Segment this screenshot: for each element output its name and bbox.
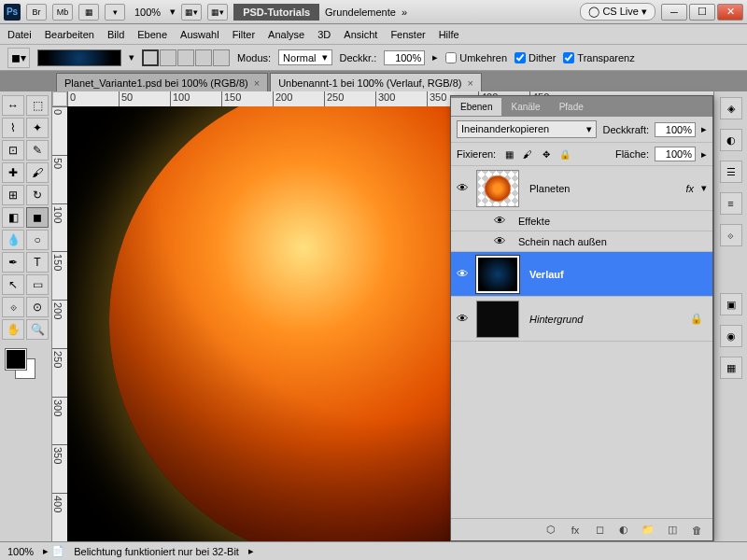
gradient-reflected[interactable] [195, 49, 212, 66]
umkehren-checkbox[interactable]: Umkehren [445, 52, 507, 63]
opacity-flyout-icon[interactable]: ▸ [432, 51, 438, 63]
3d-tool[interactable]: ⟐ [2, 297, 24, 317]
lock-transparent-icon[interactable]: ▦ [501, 147, 516, 161]
history-brush-tool[interactable]: ↻ [26, 185, 49, 205]
marquee-tool[interactable]: ⬚ [26, 95, 49, 116]
menu-3d[interactable]: 3D [317, 29, 331, 40]
hand-tool[interactable]: ✋ [2, 319, 24, 340]
move-tool[interactable]: ↔ [2, 95, 24, 116]
layer-group-icon[interactable]: 📁 [640, 523, 656, 538]
chevron-right-icon[interactable]: » [402, 7, 407, 18]
blur-tool[interactable]: 💧 [2, 230, 24, 250]
minimize-button[interactable]: ─ [661, 4, 687, 21]
guides-button[interactable]: ▦▾ [207, 4, 228, 21]
menu-ansicht[interactable]: Ansicht [344, 29, 377, 40]
visibility-icon[interactable]: 👁 [451, 312, 473, 326]
layer-thumbnail[interactable] [476, 301, 519, 338]
zoom-dropdown-icon[interactable]: ▾ [170, 6, 176, 18]
bridge-button[interactable]: Br [26, 4, 47, 21]
crop-tool[interactable]: ⊡ [2, 140, 24, 161]
layer-row[interactable]: 👁 Hintergrund 🔒 [451, 297, 712, 342]
flyout-icon[interactable]: ▸ [701, 148, 707, 161]
lock-position-icon[interactable]: ✥ [539, 147, 554, 161]
visibility-icon[interactable]: 👁 [488, 214, 511, 228]
gradient-angle[interactable] [177, 49, 194, 66]
menu-bearbeiten[interactable]: Bearbeiten [45, 29, 94, 40]
layer-thumbnail[interactable] [476, 256, 519, 293]
transparenz-checkbox[interactable]: Transparenz [563, 52, 634, 63]
brush-tool[interactable]: 🖌 [26, 162, 49, 183]
visibility-icon[interactable]: 👁 [451, 267, 473, 281]
paragraph-icon[interactable]: ☰ [720, 161, 742, 183]
tab-kanaele[interactable]: Kanäle [501, 98, 549, 116]
chevron-down-icon[interactable]: ▾ [129, 51, 134, 63]
document-tab[interactable]: Planet_Variante1.psd bei 100% (RGB/8)× [56, 73, 268, 91]
type-tool[interactable]: T [26, 252, 49, 273]
new-layer-icon[interactable]: ◫ [664, 523, 681, 538]
zoom-level[interactable]: 100% [134, 7, 161, 18]
healing-tool[interactable]: ✚ [2, 162, 24, 183]
menu-analyse[interactable]: Analyse [268, 29, 304, 40]
character-icon[interactable]: ≡ [720, 192, 742, 215]
tab-ebenen[interactable]: Ebenen [451, 98, 501, 116]
minibridge-button[interactable]: Mb [52, 4, 73, 21]
gradient-tool[interactable]: ◼ [26, 207, 49, 228]
layer-thumbnail[interactable] [476, 170, 519, 207]
chevron-right-icon[interactable]: ▸ [248, 545, 254, 557]
info-icon[interactable]: ▦ [720, 357, 742, 379]
gradient-radial[interactable] [160, 49, 176, 66]
menu-auswahl[interactable]: Auswahl [180, 29, 219, 40]
pen-tool[interactable]: ✒ [2, 252, 24, 273]
status-doc-icon[interactable]: ▸ 📄 [43, 545, 64, 557]
workspace-name[interactable]: Grundelemente [325, 7, 396, 18]
visibility-icon[interactable]: 👁 [451, 181, 473, 195]
close-icon[interactable]: × [467, 77, 472, 89]
link-layers-icon[interactable]: ⬡ [543, 523, 559, 538]
fx-badge[interactable]: fx [685, 183, 701, 194]
gradient-tool-indicator[interactable]: ◼▾ [7, 48, 30, 68]
layer-opacity-input[interactable]: 100% [655, 122, 696, 137]
menu-hilfe[interactable]: Hilfe [439, 29, 459, 40]
layer-effect-row[interactable]: 👁 Schein nach außen [451, 231, 712, 252]
layer-name[interactable]: Hintergrund [522, 314, 690, 325]
menu-ebene[interactable]: Ebene [137, 29, 167, 40]
layer-row[interactable]: 👁 Planeten fx ▾ [451, 166, 712, 211]
layer-blend-mode-dropdown[interactable]: Ineinanderkopieren▾ [457, 120, 597, 138]
adjustment-layer-icon[interactable]: ◐ [615, 523, 632, 538]
lock-pixels-icon[interactable]: 🖌 [520, 147, 535, 161]
gradient-diamond[interactable] [213, 49, 230, 66]
cslive-button[interactable]: ◯ CS Live ▾ [580, 3, 655, 21]
menu-fenster[interactable]: Fenster [390, 29, 425, 40]
layer-style-icon[interactable]: fx [567, 523, 584, 538]
maximize-button[interactable]: ☐ [689, 4, 715, 21]
layer-effects-row[interactable]: 👁 Effekte [451, 211, 712, 231]
opacity-input[interactable]: 100% [384, 50, 425, 65]
layer-row[interactable]: 👁 Verlauf [451, 252, 712, 297]
menu-datei[interactable]: Datei [7, 29, 32, 40]
blend-mode-dropdown[interactable]: Normal▾ [278, 49, 331, 65]
stamp-tool[interactable]: ⊞ [2, 185, 24, 205]
arrange-button[interactable]: ▾ [105, 4, 125, 21]
ruler-vertical[interactable]: 050100150200250300350400 [52, 106, 67, 541]
history-icon[interactable]: ▣ [720, 293, 742, 315]
visibility-icon[interactable]: 👁 [488, 234, 511, 248]
flyout-icon[interactable]: ▸ [701, 123, 707, 135]
document-tab[interactable]: Unbenannt-1 bei 100% (Verlauf, RGB/8)× [270, 73, 482, 91]
actions-icon[interactable]: ◉ [720, 325, 742, 347]
delete-layer-icon[interactable]: 🗑 [688, 523, 705, 538]
menu-bild[interactable]: Bild [107, 29, 124, 40]
path-tool[interactable]: ↖ [2, 274, 24, 295]
paths-icon[interactable]: ⟐ [720, 224, 742, 246]
screen-mode-button[interactable]: ▦ [78, 4, 99, 21]
lasso-tool[interactable]: ⌇ [2, 118, 24, 138]
status-zoom[interactable]: 100% [7, 546, 34, 557]
zoom-tool[interactable]: 🔍 [26, 319, 49, 340]
chevron-down-icon[interactable]: ▾ [701, 182, 712, 194]
close-icon[interactable]: × [254, 77, 260, 89]
dither-checkbox[interactable]: Dither [514, 52, 556, 63]
dodge-tool[interactable]: ○ [26, 230, 49, 250]
gradient-linear[interactable] [142, 49, 159, 66]
wand-tool[interactable]: ✦ [26, 118, 49, 138]
3d-camera-tool[interactable]: ⊙ [26, 297, 49, 317]
menu-filter[interactable]: Filter [233, 29, 255, 40]
